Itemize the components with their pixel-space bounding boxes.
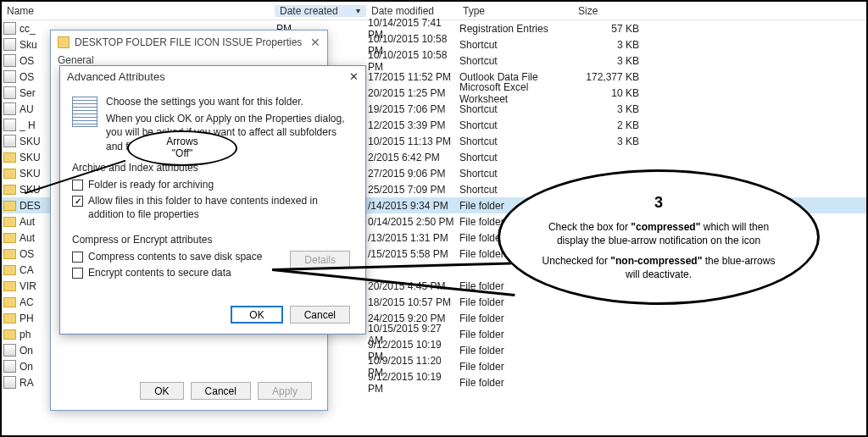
file-name: AU: [19, 103, 34, 115]
folder-icon: [3, 313, 16, 324]
cell-date-modified: /13/2015 1:31 PM: [366, 232, 458, 244]
advanced-cancel-button[interactable]: Cancel: [290, 306, 350, 324]
file-icon: [3, 119, 16, 131]
cell-size: 3 KB: [573, 55, 641, 67]
cell-type: Shortcut: [458, 119, 573, 131]
compress-checkbox-label: Compress contents to save disk space: [88, 251, 262, 264]
file-icon: [3, 54, 16, 67]
file-name: On: [19, 345, 33, 357]
cell-type: File folder: [458, 377, 573, 389]
cell-type: Shortcut: [458, 103, 573, 115]
cell-type: Microsoft Excel Worksheet: [458, 81, 573, 105]
advanced-ok-button[interactable]: OK: [231, 306, 282, 324]
cell-type: Shortcut: [458, 39, 573, 51]
cell-date-modified: 17/2015 11:52 PM: [366, 71, 458, 83]
folder-icon: [3, 297, 16, 307]
chevron-down-icon: ▾: [356, 6, 360, 15]
encrypt-checkbox-label: Encrypt contents to secure data: [88, 267, 231, 280]
cell-type: File folder: [458, 296, 573, 308]
file-name: OS: [19, 55, 34, 67]
cell-date-modified: 10/2015 11:13 PM: [366, 136, 458, 147]
cell-date-modified: 0/14/2015 2:50 PM: [366, 216, 458, 228]
file-icon: [3, 102, 16, 115]
cell-size: 2 KB: [573, 119, 641, 131]
folder-icon: [3, 265, 16, 275]
file-name: Ser: [19, 87, 36, 99]
file-name: SKU: [19, 152, 41, 163]
cell-date-modified: 20/2015 1:25 PM: [366, 87, 458, 99]
col-header-date-modified[interactable]: Date modified: [366, 5, 458, 17]
cell-date-modified: 9/12/2015 10:19 PM: [366, 371, 458, 395]
file-icon: [3, 86, 16, 99]
index-checkbox-label: Allow files in this folder to have conte…: [88, 195, 353, 221]
encrypt-checkbox[interactable]: [72, 268, 83, 279]
col-header-name[interactable]: Name: [2, 5, 275, 17]
cell-type: Shortcut: [458, 168, 573, 180]
file-icon: [3, 70, 16, 83]
file-icon: [3, 135, 16, 147]
cell-date-modified: /14/2015 9:34 PM: [366, 200, 458, 212]
file-icon: [3, 38, 16, 51]
callout-big-para2: Unchecked for "non-compressed" the blue-…: [534, 254, 783, 281]
folder-icon: [3, 201, 16, 211]
properties-title-text: DESKTOP FOLDER FILE ICON ISSUE Propertie…: [75, 36, 302, 48]
cell-date-modified: 25/2015 7:09 PM: [366, 184, 458, 196]
callout-big-para1: Check the box for "compressed" which wil…: [534, 220, 783, 247]
file-icon: [3, 360, 16, 373]
file-icon: [3, 344, 16, 357]
cell-size: 172,377 KB: [573, 71, 641, 83]
file-icon: [3, 22, 16, 35]
cell-type: File folder: [458, 313, 573, 324]
col-header-size[interactable]: Size: [573, 5, 641, 17]
advanced-choose-text: Choose the settings you want for this fo…: [106, 95, 353, 108]
col-header-date-created-label: Date created: [280, 5, 338, 17]
cell-date-modified: /15/2015 5:58 PM: [366, 248, 458, 260]
folder-icon: [3, 185, 16, 195]
cell-date-modified: 18/2015 10:57 PM: [366, 296, 458, 308]
file-name: SKU: [19, 136, 41, 147]
properties-ok-button[interactable]: OK: [140, 382, 183, 400]
callout-step-number: 3: [654, 192, 663, 213]
file-name: SKU: [19, 168, 41, 180]
cell-type: Shortcut: [458, 152, 573, 163]
cell-type: Shortcut: [458, 136, 573, 147]
folder-icon: [3, 152, 16, 163]
cell-type: File folder: [458, 345, 573, 357]
close-icon[interactable]: ✕: [349, 70, 359, 83]
cell-size: 10 KB: [573, 87, 641, 99]
file-name: PH: [19, 313, 34, 324]
file-name: RA: [19, 377, 34, 389]
cell-size: 3 KB: [573, 136, 641, 147]
file-name: _ H: [19, 119, 36, 131]
advanced-title-text: Advanced Attributes: [67, 70, 165, 83]
file-name: ph: [19, 329, 31, 340]
cell-date-modified: 19/2015 7:06 PM: [366, 103, 458, 115]
compress-checkbox[interactable]: [72, 252, 83, 263]
cell-date-modified: 2/2015 6:42 PM: [366, 152, 458, 163]
file-name: OS: [19, 71, 34, 83]
file-icon: [3, 376, 16, 389]
callout-arrows-off: Arrows "Off": [127, 130, 237, 166]
folder-icon: [3, 217, 16, 227]
folder-icon: [3, 169, 16, 179]
advanced-titlebar[interactable]: Advanced Attributes ✕: [60, 66, 365, 86]
callout-small-line1: Arrows: [166, 136, 198, 147]
cell-type: Registration Entries: [458, 23, 573, 35]
properties-titlebar[interactable]: DESKTOP FOLDER FILE ICON ISSUE Propertie…: [51, 30, 327, 54]
col-header-date-created[interactable]: Date created ▾: [275, 5, 366, 17]
cell-type: Shortcut: [458, 55, 573, 67]
properties-apply-button[interactable]: Apply: [258, 382, 312, 400]
file-name: Aut: [19, 232, 35, 244]
properties-cancel-button[interactable]: Cancel: [191, 382, 251, 400]
col-header-type[interactable]: Type: [458, 5, 573, 17]
cell-date-modified: 12/2015 3:39 PM: [366, 119, 458, 131]
callout-small-line2: "Off": [172, 147, 192, 159]
folder-icon: [3, 233, 16, 243]
close-icon[interactable]: ✕: [310, 36, 320, 49]
tab-general[interactable]: General: [58, 54, 94, 66]
file-name: CA: [19, 264, 34, 276]
folder-icon: [3, 329, 16, 340]
folder-icon: [58, 36, 70, 48]
callout-step-3: 3 Check the box for "compressed" which w…: [498, 169, 820, 305]
cell-size: 57 KB: [573, 23, 641, 35]
